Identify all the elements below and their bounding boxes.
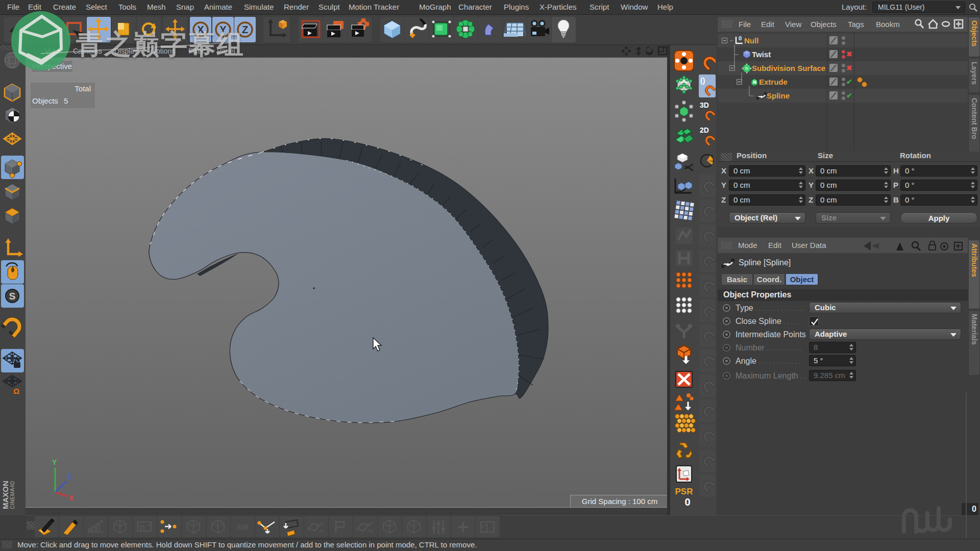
svg-text:Ω: Ω [13, 387, 19, 395]
svg-text:3D: 3D [700, 101, 709, 109]
svg-text:2D: 2D [700, 126, 709, 134]
svg-text:Z: Z [67, 472, 71, 481]
svg-text:(): () [700, 77, 705, 85]
svg-text:0: 0 [684, 496, 690, 508]
svg-text:Y: Y [52, 458, 57, 466]
svg-text:AW: AW [236, 522, 249, 531]
svg-text:S: S [9, 291, 16, 302]
svg-text:PSR: PSR [675, 487, 693, 496]
svg-text:X: X [69, 494, 74, 502]
